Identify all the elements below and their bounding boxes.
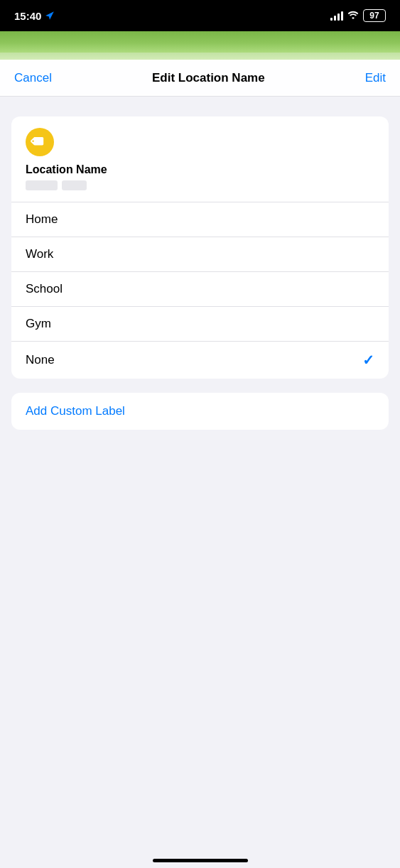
battery-level: 97 bbox=[369, 11, 379, 21]
add-custom-label-card[interactable]: Add Custom Label bbox=[11, 393, 389, 430]
status-bar-left: 15:40 bbox=[14, 10, 55, 22]
battery-icon: 97 bbox=[363, 9, 386, 22]
status-bar-right: 97 bbox=[330, 9, 386, 22]
main-content: Location Name HomeWorkSchoolGymNone✓ Add… bbox=[0, 97, 400, 450]
location-arrow-icon bbox=[45, 11, 55, 21]
list-item-label: School bbox=[26, 282, 63, 296]
location-options-list: HomeWorkSchoolGymNone✓ bbox=[11, 202, 389, 379]
location-card: Location Name HomeWorkSchoolGymNone✓ bbox=[11, 116, 389, 379]
nav-header: Cancel Edit Location Name Edit bbox=[0, 60, 400, 97]
location-name-section: Location Name bbox=[11, 116, 389, 202]
list-item-label: Home bbox=[26, 212, 58, 227]
home-indicator bbox=[153, 859, 248, 862]
location-name-label: Location Name bbox=[26, 163, 374, 176]
list-item-label: Gym bbox=[26, 317, 51, 331]
list-item[interactable]: School bbox=[11, 272, 389, 307]
map-preview bbox=[0, 31, 400, 60]
checkmark-icon: ✓ bbox=[362, 352, 374, 369]
list-item[interactable]: Home bbox=[11, 202, 389, 237]
list-item-label: None bbox=[26, 353, 55, 367]
list-item[interactable]: Work bbox=[11, 237, 389, 272]
tag-icon-wrapper bbox=[26, 128, 54, 156]
wifi-icon bbox=[347, 11, 359, 21]
status-bar: 15:40 97 bbox=[0, 0, 400, 31]
add-custom-label-text[interactable]: Add Custom Label bbox=[26, 404, 125, 418]
signal-icon bbox=[330, 11, 343, 21]
tag-icon bbox=[28, 131, 51, 153]
list-item[interactable]: None✓ bbox=[11, 342, 389, 379]
time-display: 15:40 bbox=[14, 10, 41, 22]
cancel-button[interactable]: Cancel bbox=[14, 71, 52, 85]
list-item-label: Work bbox=[26, 247, 53, 261]
list-item[interactable]: Gym bbox=[11, 307, 389, 342]
edit-button[interactable]: Edit bbox=[365, 71, 386, 85]
page-title: Edit Location Name bbox=[152, 71, 265, 85]
location-value-blurred bbox=[26, 180, 374, 190]
